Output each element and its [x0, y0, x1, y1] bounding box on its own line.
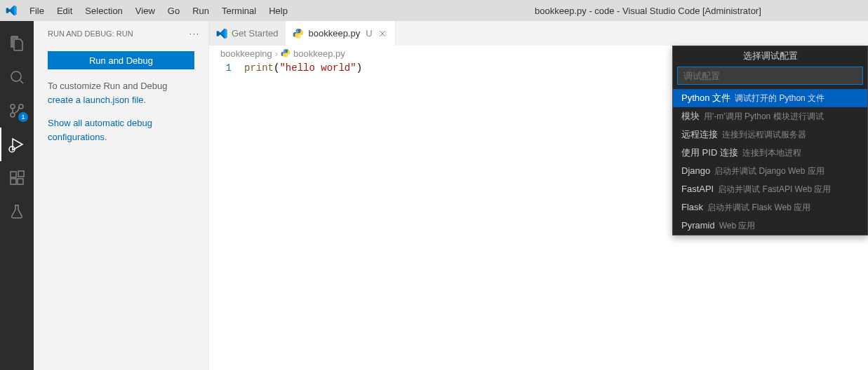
svg-rect-7 — [18, 179, 23, 184]
chevron-right-icon: › — [275, 48, 278, 59]
python-icon — [293, 28, 304, 39]
svg-rect-8 — [18, 171, 24, 177]
close-icon[interactable] — [377, 28, 388, 39]
quickpick-item-module[interactable]: 模块 用'-m'调用 Python 模块进行调试 — [673, 107, 867, 125]
quickpick-input[interactable] — [677, 67, 863, 85]
quickpick-item-pid[interactable]: 使用 PID 连接 连接到本地进程 — [673, 144, 867, 162]
menu-go[interactable]: Go — [162, 3, 185, 19]
activity-search[interactable] — [0, 60, 34, 94]
quickpick-item-remote[interactable]: 远程连接 连接到远程调试服务器 — [673, 125, 867, 144]
tab-label: bookkeep.py — [308, 28, 360, 39]
quickpick-item-python-file[interactable]: Python 文件 调试打开的 Python 文件 — [673, 89, 867, 107]
menu-view[interactable]: View — [130, 3, 161, 19]
activity-testing[interactable] — [0, 195, 34, 228]
files-icon — [8, 35, 25, 52]
menu-file[interactable]: File — [24, 3, 50, 19]
quickpick-item-django[interactable]: Django 启动并调试 Django Web 应用 — [673, 162, 867, 180]
svg-point-2 — [11, 113, 15, 117]
menu-run[interactable]: Run — [187, 3, 215, 19]
window-title: bookkeep.py - code - Visual Studio Code … — [293, 6, 862, 16]
create-launch-link[interactable]: create a launch.json file — [48, 95, 144, 105]
menu-help[interactable]: Help — [263, 3, 293, 19]
menu-terminal[interactable]: Terminal — [216, 3, 262, 19]
activity-explorer[interactable] — [0, 27, 34, 60]
titlebar: File Edit Selection View Go Run Terminal… — [0, 0, 868, 21]
activity-extensions[interactable] — [0, 161, 34, 195]
source-control-badge: 1 — [18, 112, 28, 122]
tab-git-status: U — [366, 28, 372, 39]
menu-edit[interactable]: Edit — [51, 3, 78, 19]
editor-area: Get Started bookkeep.py U bookkeeping › … — [209, 21, 868, 370]
run-and-debug-button[interactable]: Run and Debug — [48, 51, 194, 69]
breadcrumb-file[interactable]: bookkeep.py — [281, 48, 345, 59]
tab-get-started[interactable]: Get Started — [209, 21, 286, 46]
svg-point-3 — [11, 104, 15, 109]
vscode-icon — [216, 28, 227, 39]
sidebar: RUN AND DEBUG: RUN ··· Run and Debug To … — [34, 21, 209, 370]
svg-point-1 — [19, 104, 23, 109]
debug-icon — [8, 136, 25, 153]
breadcrumb-folder[interactable]: bookkeeping — [220, 48, 272, 59]
quickpick-item-flask[interactable]: Flask 启动并调试 Flask Web 应用 — [673, 198, 867, 217]
svg-point-0 — [11, 71, 21, 81]
menu-selection[interactable]: Selection — [79, 3, 128, 19]
svg-rect-6 — [11, 179, 16, 184]
sidebar-title: RUN AND DEBUG: RUN — [48, 29, 133, 38]
activity-source-control[interactable]: 1 — [0, 94, 34, 128]
quickpick-panel: 选择调试配置 Python 文件 调试打开的 Python 文件 模块 用'-m… — [672, 46, 868, 235]
quickpick-title: 选择调试配置 — [673, 46, 867, 67]
svg-rect-5 — [11, 172, 16, 177]
sidebar-showall-text: Show all automatic debug configurations. — [48, 116, 194, 144]
search-icon — [8, 69, 25, 85]
activitybar: 1 — [0, 21, 34, 370]
beaker-icon — [8, 203, 25, 220]
extensions-icon — [8, 170, 25, 186]
quickpick-item-pyramid[interactable]: Pyramid Web 应用 — [673, 217, 867, 235]
tab-bookkeep[interactable]: bookkeep.py U — [286, 21, 395, 46]
activity-run-debug[interactable] — [0, 128, 34, 161]
menubar: File Edit Selection View Go Run Terminal… — [24, 3, 293, 19]
tab-label: Get Started — [232, 28, 278, 39]
tabs-row: Get Started bookkeep.py U — [209, 21, 868, 46]
show-all-configs-link[interactable]: Show all automatic debug configurations — [48, 118, 152, 142]
sidebar-customize-text: To customize Run and Debug create a laun… — [48, 79, 194, 107]
quickpick-list: Python 文件 调试打开的 Python 文件 模块 用'-m'调用 Pyt… — [673, 89, 867, 235]
quickpick-item-fastapi[interactable]: FastAPI 启动并调试 FastAPI Web 应用 — [673, 180, 867, 198]
vscode-logo-icon — [6, 5, 17, 16]
line-numbers: 1 — [209, 62, 244, 370]
python-icon — [281, 48, 291, 58]
sidebar-header: RUN AND DEBUG: RUN ··· — [34, 21, 208, 46]
sidebar-more-icon[interactable]: ··· — [189, 29, 200, 38]
